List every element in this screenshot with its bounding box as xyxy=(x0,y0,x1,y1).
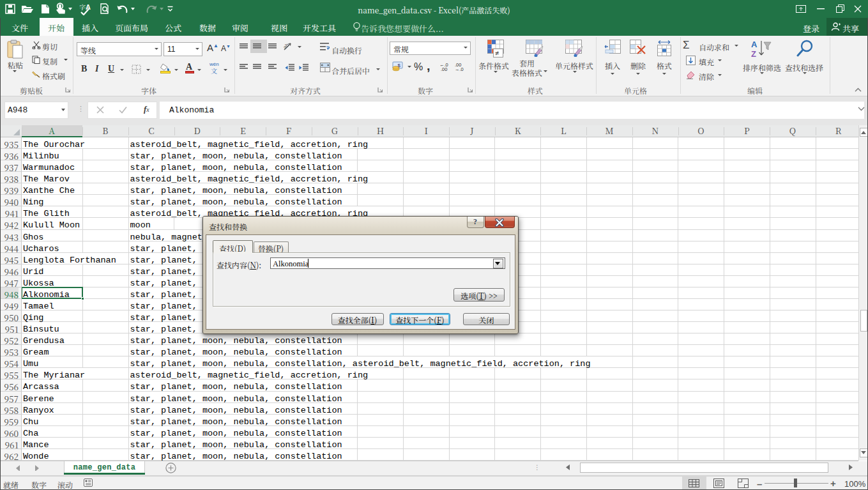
svg-text:→.0: →.0 xyxy=(455,66,464,72)
svg-text:≠: ≠ xyxy=(495,49,499,57)
svg-text:ab: ab xyxy=(283,42,291,50)
svg-text:Z: Z xyxy=(751,49,756,59)
svg-text:A: A xyxy=(751,40,758,49)
svg-text:.00: .00 xyxy=(441,66,447,72)
svg-text:$: $ xyxy=(398,63,401,68)
